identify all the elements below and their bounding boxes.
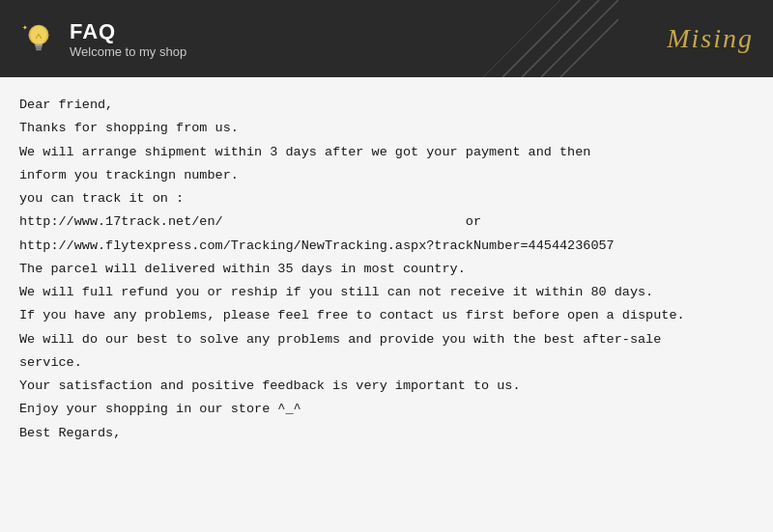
svg-text:✦: ✦ <box>22 22 28 33</box>
line-shipment: We will arrange shipment within 3 days a… <box>19 142 754 163</box>
line-track-urls: http://www.17track.net/en/ or <box>19 211 754 233</box>
header: ✦ FAQ Welcome to my shop Mising <box>0 0 773 77</box>
faq-title: FAQ <box>70 19 186 44</box>
line-parcel: The parcel will delivered within 35 days… <box>19 259 754 280</box>
line-satisfaction: Your satisfaction and positive feedback … <box>19 376 754 397</box>
line-service: service. <box>19 352 754 374</box>
content-area: Dear friend, Thanks for shopping from us… <box>0 77 773 532</box>
line-dear: Dear friend, <box>19 95 754 116</box>
svg-rect-3 <box>36 47 43 49</box>
svg-line-12 <box>483 0 560 77</box>
header-text: FAQ Welcome to my shop <box>70 19 186 59</box>
url1: http://www.17track.net/en/ <box>19 214 223 229</box>
or-label: or <box>466 214 481 229</box>
brand-logo: Mising <box>667 23 754 54</box>
header-left: ✦ FAQ Welcome to my shop <box>19 19 186 59</box>
svg-line-10 <box>541 0 618 77</box>
header-decoration <box>425 0 618 77</box>
svg-rect-4 <box>36 48 42 50</box>
line-url2: http://www.flytexpress.com/Tracking/NewT… <box>19 236 754 257</box>
line-best: We will do our best to solve any problem… <box>19 329 754 350</box>
bulb-icon: ✦ <box>19 19 58 58</box>
line-problems: If you have any problems, please feel fr… <box>19 305 754 326</box>
svg-line-8 <box>502 0 580 77</box>
svg-rect-2 <box>35 44 43 47</box>
line-refund: We will full refund you or reship if you… <box>19 282 754 303</box>
svg-line-9 <box>522 0 599 77</box>
line-inform: inform you trackingn number. <box>19 165 754 186</box>
line-enjoy: Enjoy your shopping in our store ^_^ <box>19 399 754 420</box>
line-thanks: Thanks for shopping from us. <box>19 118 754 139</box>
line-track-intro: you can track it on : <box>19 188 754 210</box>
welcome-text: Welcome to my shop <box>70 44 186 59</box>
line-regards: Best Regards, <box>19 423 754 444</box>
